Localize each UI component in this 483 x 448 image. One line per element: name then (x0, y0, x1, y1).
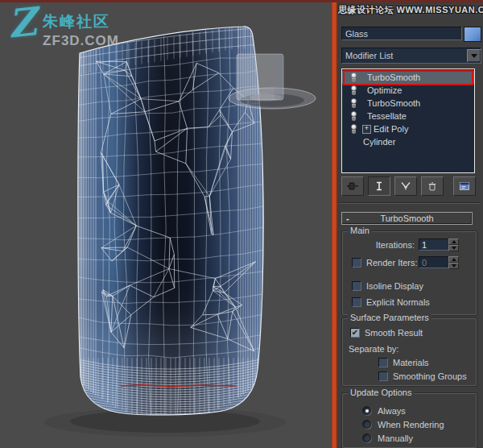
render-iters-field[interactable]: 0 (419, 256, 449, 268)
object-color-swatch[interactable] (464, 27, 481, 42)
materials-checkbox[interactable] (378, 358, 388, 367)
always-radio[interactable] (362, 406, 371, 415)
always-label: Always (378, 406, 406, 416)
stack-item-turbosmooth-top[interactable]: TurboSmooth (342, 71, 474, 84)
remove-modifier-button[interactable] (421, 176, 444, 196)
command-panel: 思缘设计论坛 WWW.MISSYUAN.COM Modifier List Tu… (337, 0, 483, 448)
iterations-spinner (448, 239, 459, 251)
render-iters-label: Render Iters: (366, 258, 418, 268)
when-rendering-radio[interactable] (362, 420, 371, 429)
chevron-down-icon[interactable] (466, 49, 481, 62)
iterations-field[interactable]: 1 (419, 239, 449, 251)
smoothing-groups-label: Smoothing Groups (393, 371, 467, 381)
manually-radio[interactable] (362, 433, 371, 442)
explicit-normals-checkbox[interactable] (352, 297, 361, 307)
zf3d-logo: Z 朱峰社区 ZF3D.COM (8, 6, 119, 49)
glass-object-preview[interactable] (229, 54, 316, 109)
top-edge-strip (0, 0, 483, 2)
logo-z-glyph: Z (6, 5, 38, 39)
bulb-icon[interactable] (350, 124, 357, 135)
render-iters-spinner (448, 256, 459, 268)
spinner-up-button[interactable] (448, 239, 459, 245)
panel-separator (339, 202, 481, 204)
make-unique-button[interactable] (394, 176, 417, 196)
stack-item-edit-poly[interactable]: + Edit Poly (342, 122, 474, 135)
modifier-list-label: Modifier List (342, 51, 466, 60)
smooth-result-label: Smooth Result (365, 328, 423, 338)
rollout-header-turbosmooth[interactable]: - TurboSmooth (341, 212, 473, 225)
group-update-label: Update Options (348, 388, 414, 397)
stack-item-cylinder[interactable]: Cylinder (342, 135, 474, 148)
stack-item-turbosmooth-2[interactable]: TurboSmooth (342, 97, 474, 110)
object-name-field[interactable] (341, 27, 462, 40)
make-unique-icon (399, 180, 412, 192)
materials-label: Materials (393, 358, 429, 367)
separate-by-label: Separate by: (349, 344, 398, 354)
stack-item-optimize[interactable]: Optimize (342, 84, 474, 97)
application-window: Z 朱峰社区 ZF3D.COM 思缘设计论坛 WWW.MISSYUAN.COM … (0, 0, 483, 448)
group-surface-label: Surface Parameters (348, 313, 431, 322)
group-update-options: Update Options Always When Rendering Man… (341, 392, 477, 448)
viewport[interactable]: Z 朱峰社区 ZF3D.COM (0, 0, 332, 448)
group-main-label: Main (348, 226, 372, 235)
manually-label: Manually (378, 433, 413, 443)
viewport-active-border (331, 0, 337, 448)
modifier-stack-list[interactable]: TurboSmooth Optimize TurboSmooth Tessell… (341, 68, 475, 173)
remove-modifier-icon (426, 180, 439, 192)
show-end-result-icon (373, 180, 386, 192)
smoothing-groups-checkbox[interactable] (378, 371, 388, 381)
modifier-list-dropdown[interactable]: Modifier List (341, 48, 481, 64)
bulb-icon[interactable] (350, 98, 357, 109)
when-rendering-label: When Rendering (378, 420, 444, 429)
collapse-icon[interactable]: - (346, 214, 349, 223)
bulb-icon[interactable] (350, 73, 357, 83)
viewport-render (0, 0, 332, 448)
iterations-label: Iterations: (342, 240, 415, 250)
rollout-title: TurboSmooth (342, 214, 472, 223)
smooth-result-checkbox[interactable]: ✔ (350, 328, 360, 338)
spinner-up-button[interactable] (448, 256, 459, 263)
logo-subtitle: ZF3D.COM (43, 33, 119, 49)
render-iters-checkbox[interactable] (352, 258, 361, 268)
isoline-display-checkbox[interactable] (352, 281, 361, 291)
bulb-icon[interactable] (350, 111, 357, 122)
show-end-result-button[interactable] (368, 176, 390, 196)
group-main: Main Iterations: 1 Render Iters: 0 Isoli… (341, 230, 477, 316)
configure-modifier-sets-button[interactable] (453, 176, 476, 196)
isoline-display-label: Isoline Display (366, 281, 423, 291)
configure-modifier-sets-icon (458, 180, 471, 192)
bulb-icon[interactable] (350, 85, 357, 96)
logo-title: 朱峰社区 (43, 11, 119, 32)
pin-stack-icon (346, 180, 359, 192)
group-surface-parameters: Surface Parameters ✔ Smooth Result Separ… (341, 317, 477, 387)
stack-item-tessellate[interactable]: Tessellate (342, 110, 474, 122)
watermark-missyuan: 思缘设计论坛 WWW.MISSYUAN.COM (338, 4, 481, 16)
spinner-down-button[interactable] (448, 263, 459, 269)
expand-icon[interactable]: + (362, 125, 371, 134)
spinner-down-button[interactable] (448, 245, 459, 251)
stack-toolbar (341, 176, 480, 196)
explicit-normals-label: Explicit Normals (366, 297, 430, 307)
pin-stack-button[interactable] (341, 176, 364, 196)
